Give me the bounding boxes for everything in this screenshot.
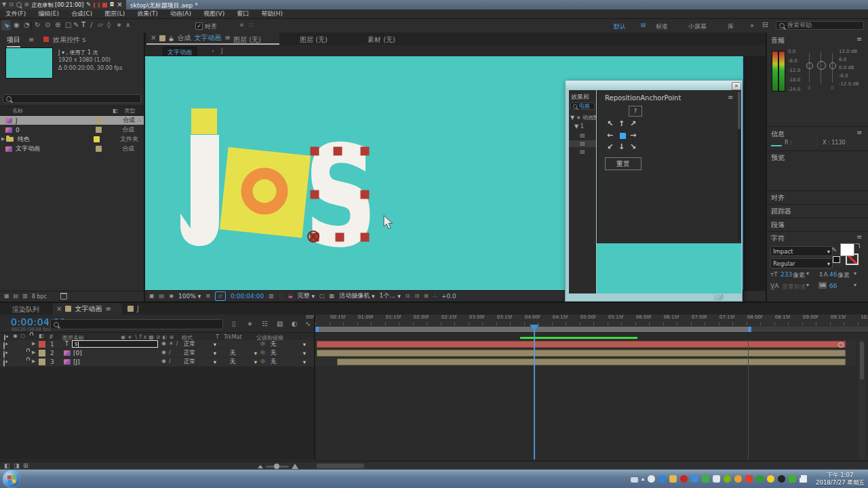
workspace-small-screen[interactable]: 小屏幕 (688, 22, 707, 31)
label-chip[interactable] (96, 146, 102, 152)
project-row[interactable]: 文字动画 合成 (0, 144, 144, 153)
bandicam-close-icon[interactable]: × (117, 1, 122, 8)
tray-qq-icon[interactable] (778, 475, 785, 483)
window-resize-grip[interactable] (714, 294, 724, 300)
pen-tool[interactable]: ✎ (73, 22, 79, 28)
rotate-tool[interactable]: ↻ (35, 22, 40, 28)
camera-icon[interactable]: ◘ (110, 2, 114, 7)
frame-blending-icon[interactable]: ▧ (277, 321, 283, 327)
hand-tool[interactable]: ◉ (14, 22, 20, 28)
workspace-default[interactable]: 默认 (614, 22, 626, 31)
resolution-dropdown[interactable]: 完整 ▾ (298, 291, 315, 300)
snap-checkbox[interactable]: ✓ (195, 22, 203, 30)
tab-layer[interactable]: 图层 (无) (233, 35, 261, 45)
timeline-search-box[interactable] (50, 319, 223, 329)
label-chip[interactable] (96, 127, 102, 133)
workspace-more-chevron[interactable]: » (750, 22, 754, 29)
layer-bar-2[interactable] (317, 350, 846, 357)
workspace-standard[interactable]: 标准 (656, 22, 668, 31)
bandicam-window-icon[interactable]: ⊡ (9, 2, 14, 7)
draft-3d-icon[interactable]: ∗ (247, 321, 252, 327)
menu-animation[interactable]: 动画(A) (170, 9, 191, 18)
parent-select[interactable]: 无▾ (269, 340, 308, 348)
effects-search-box[interactable]: 电视 (570, 102, 595, 110)
info-panel-title[interactable]: 信息 (771, 129, 785, 139)
eyedropper-icon[interactable]: ✎ (831, 247, 837, 253)
composition-mini-flowchart-icon[interactable]: ▯ (232, 321, 236, 327)
viewer-timecode[interactable]: 0:00:04:00 (231, 293, 264, 300)
letter-o-square[interactable] (220, 147, 311, 238)
tray-icon[interactable] (680, 475, 688, 483)
preview-panel-title[interactable]: 预览 (771, 153, 785, 163)
menu-view[interactable]: 视图(V) (203, 9, 224, 18)
layer-name-edit-box[interactable]: s (72, 340, 158, 348)
expand-layer-switches-icon[interactable]: ◧ (4, 463, 10, 469)
workspace-menu-icon[interactable]: ▤ (641, 22, 646, 28)
layer-name[interactable]: [J] (73, 359, 80, 365)
stop-record-icon[interactable] (102, 3, 107, 7)
fill-color-swatch[interactable] (840, 243, 854, 256)
project-row[interactable]: ▶ 纯色 文件夹 (0, 135, 144, 144)
zoom-dropdown[interactable]: ​100% ▾ (178, 293, 201, 300)
layer-label-chip[interactable] (39, 341, 45, 348)
timeline-zoom-knob[interactable] (274, 464, 279, 469)
puppet-pin-tool[interactable]: ∧ (125, 22, 130, 28)
playhead-line[interactable] (534, 325, 535, 460)
anchor-top-button[interactable]: ↑ (618, 120, 625, 127)
font-size-value[interactable]: 233 (781, 271, 792, 278)
type-tool[interactable]: T (81, 22, 85, 28)
chevron-down-icon[interactable]: ▼ (2, 2, 6, 7)
character-panel-title[interactable]: 字符 (771, 234, 785, 243)
timeline-row-2[interactable]: ▶ 2 [0] ◉∕ 正常▾ 无▾ ◎ 无▾ (0, 349, 314, 357)
mirror-icon[interactable]: ◉ (169, 293, 174, 299)
tab-project[interactable]: 项目 (7, 35, 20, 47)
expand-inout-icon[interactable]: ⊞ (23, 463, 28, 469)
audio-panel-title[interactable]: 音频 (771, 36, 785, 45)
letter-s[interactable]: s (305, 73, 376, 288)
timeline-hscrollbar[interactable] (317, 464, 364, 468)
camera-dropdown[interactable]: 活动摄像机 ▾ (339, 291, 374, 300)
anchor-bottom-right-button[interactable]: ↘ (630, 143, 636, 150)
expander-icon[interactable]: ▶ (32, 342, 35, 346)
zoom-out-mountain-icon[interactable] (258, 465, 263, 468)
anchor-left-button[interactable]: ← (607, 131, 613, 139)
help-search-box[interactable]: 搜索帮助 (776, 21, 864, 30)
anchor-right-button[interactable]: → (630, 131, 636, 139)
shape-tool[interactable]: □ (65, 22, 71, 28)
trkmat-select[interactable]: 无▾ (228, 349, 259, 357)
info-panel-menu-icon[interactable]: ≡ (856, 129, 862, 136)
trkmat-column[interactable]: TrkMat (224, 334, 242, 340)
tracking-value[interactable]: 66 (829, 283, 837, 289)
snapshot-icon[interactable]: ▥ (269, 293, 274, 299)
align-panel-title[interactable]: 对齐 (771, 193, 785, 203)
pixel-aspect-icon[interactable]: ⊡ (406, 293, 410, 299)
tray-icon[interactable] (691, 475, 698, 483)
audio-panel-menu-icon[interactable]: ≡ (856, 36, 862, 43)
tracking-caret[interactable]: ▾ (854, 283, 856, 288)
anchor-top-right-button[interactable]: ↗ (630, 120, 636, 127)
reposition-panel-menu-icon[interactable]: ≡ (728, 94, 733, 101)
anchor-bottom-left-button[interactable]: ↙ (607, 143, 613, 150)
project-row[interactable]: 0 合成 (0, 125, 144, 134)
pause-icon[interactable] (94, 3, 100, 7)
parent-select[interactable]: 无▾ (269, 349, 308, 357)
thumbnail-view-icon[interactable]: ▤ (14, 293, 19, 299)
layer-bar-1[interactable] (317, 341, 846, 348)
help-button[interactable]: ? (629, 106, 642, 117)
tab-layer[interactable]: 图层 (无) (300, 35, 328, 45)
tab-footage[interactable]: 素材 (无) (368, 35, 395, 45)
workspace-library[interactable]: 库 (728, 22, 734, 31)
work-area-start-handle[interactable] (315, 327, 319, 332)
zoom-in-mountain-icon[interactable] (292, 464, 298, 469)
leading-value[interactable]: 46 (829, 271, 837, 278)
kerning-value[interactable]: 度量标准 (782, 283, 806, 291)
layer-name[interactable]: [0] (73, 350, 82, 357)
slider-knob[interactable] (817, 61, 826, 70)
project-bit-depth[interactable]: 8 bpc (32, 293, 47, 300)
tray-speaker-icon[interactable] (713, 475, 720, 483)
selection-tool[interactable]: ► (1, 20, 11, 30)
presets-tree-folder[interactable]: ▼ 1 (574, 123, 584, 129)
swap-fill-stroke-icon[interactable] (855, 243, 860, 248)
font-style-select[interactable]: Regular▾ (770, 258, 833, 268)
label-chip[interactable] (94, 136, 100, 142)
